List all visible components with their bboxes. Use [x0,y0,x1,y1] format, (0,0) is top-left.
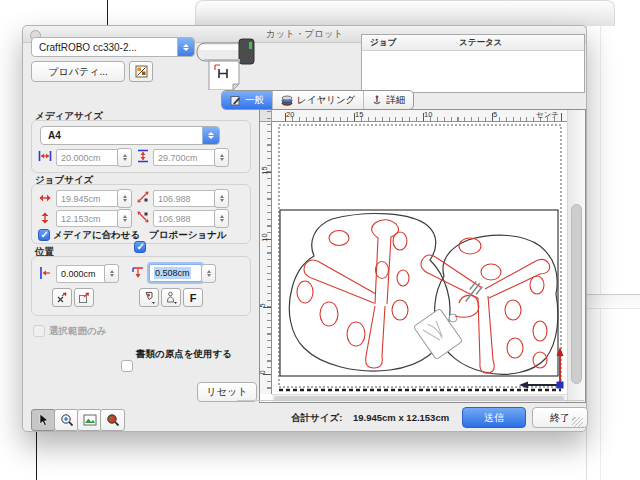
zoom-in-tool-button[interactable] [54,409,79,431]
tab-bar: 一般 レイヤリング 詳細 [221,90,414,110]
proportional-checkbox[interactable] [134,241,146,253]
media-preset-select[interactable]: A4 [40,126,220,145]
job-scale-x-stepper[interactable] [214,189,229,208]
resize-grip[interactable] [572,417,583,428]
media-width-stepper[interactable] [117,148,132,167]
ruler-left-0: 0 [259,370,267,374]
media-height-stepper[interactable] [214,148,229,167]
job-scale-x-field[interactable]: 106.988 [153,190,216,207]
preview-vertical-scrollbar[interactable] [567,110,585,402]
ruler-unit: センチ [536,110,559,120]
job-width-field[interactable]: 19.945cm [56,190,119,207]
job-scale-y-field[interactable]: 106.988 [153,210,216,227]
media-height-field[interactable]: 29.700cm [153,149,216,166]
flip-button[interactable]: F [183,288,203,307]
footer-divider [237,400,584,401]
job-width-icon [38,191,52,205]
vertical-scrollbar-thumb[interactable] [571,204,582,384]
zoom-selection-tool-button[interactable] [100,409,125,431]
fit-page-tool-button[interactable] [77,409,102,431]
send-button[interactable]: 送信 [462,407,526,428]
use-document-origin-checkbox[interactable] [121,360,133,372]
position-x-stepper[interactable] [104,264,119,283]
cut-preview-drawing [272,122,567,394]
job-column-header: ジョブ [370,37,396,49]
position-x-field[interactable]: 0.000cm [56,265,108,283]
move-area-button[interactable] [74,288,94,307]
job-status-list[interactable]: ジョブ ステータス [361,34,585,93]
cursor-icon [37,413,50,427]
position-y-stepper[interactable] [201,264,216,283]
total-size-value: 19.945cm x 12.153cm [353,412,449,423]
reset-button-label: リセット [207,385,248,399]
selection-only-checkbox [33,325,45,337]
flip-button-label: F [190,292,197,304]
origin-x-icon [56,292,68,304]
fit-to-media-checkbox[interactable] [38,229,50,241]
position-y-icon [131,265,145,281]
job-height-icon [38,211,52,225]
tab-detail-label: 詳細 [386,94,405,107]
background-window-right [586,26,640,480]
media-size-group: A4 20.000cm 29.700cm [31,120,251,173]
properties-button-label: プロパティ... [48,65,108,79]
job-size-group: 19.945cm 106.988 12.153cm 106.988 [31,184,251,244]
ruler-top-5: 5 [493,110,497,119]
job-height-stepper[interactable] [117,209,132,228]
media-preset-stepper-icon [202,127,219,144]
background-line-bottom [36,429,37,480]
ruler-left-10: 10 [260,233,269,241]
tab-general[interactable]: 一般 [222,91,273,109]
job-scale-x-icon [136,190,150,204]
media-preset-value: A4 [41,130,202,141]
ruler-top-20: 20 [286,110,294,119]
send-button-label: 送信 [484,411,504,425]
properties-button[interactable]: プロパティ... [31,61,125,82]
position-y-field[interactable]: 0.508cm [149,264,202,282]
ruler-left-5: 5 [259,303,267,307]
proportional-label: プロポーショナル [149,229,227,242]
selection-only-label: 選択範囲のみ [49,325,106,338]
tab-layering-label: レイヤリング [297,94,355,107]
tab-detail[interactable]: 詳細 [364,91,413,109]
fork-icon [462,281,482,304]
zoom-selection-icon [106,413,120,427]
preview-canvas[interactable] [272,122,567,394]
select-tool-button[interactable] [31,409,56,431]
registration-marks-button[interactable] [129,61,153,82]
job-width-stepper[interactable] [117,189,132,208]
background-divider [600,26,601,480]
printer-select-stepper-icon [177,38,194,56]
background-line-top [107,0,108,26]
printer-illustration [195,32,259,90]
fit-page-icon [83,414,97,426]
detail-tool-icon [372,95,382,106]
origin-rect-icon [78,292,90,304]
quit-button-label: 終了 [550,411,570,425]
fit-to-media-label: メディアに合わせる [53,229,140,242]
reset-button[interactable]: リセット [197,382,257,402]
ruler-top: 20 15 10 5 センチ [272,110,567,122]
tab-layering[interactable]: レイヤリング [273,91,364,109]
job-height-field[interactable]: 12.153cm [56,210,119,227]
move-to-origin-button[interactable] [52,288,72,307]
printer-select[interactable]: CraftROBO cc330-2... [31,37,195,57]
position-x-icon [38,265,52,281]
background-window-top [195,0,615,27]
status-column-header: ステータス [459,37,502,49]
layers-icon [281,95,293,106]
media-width-field[interactable]: 20.000cm [56,149,119,166]
tab-general-label: 一般 [245,94,264,107]
anchor-pin-icon [143,291,156,304]
media-width-icon [38,149,52,163]
anchor-point-button[interactable] [139,288,159,307]
media-height-icon [136,149,150,163]
position-y-value: 0.508cm [154,267,191,279]
ruler-left-15: 15 [260,166,269,174]
general-pen-icon [230,95,241,106]
cut-plot-dialog: カット・プロット CraftROBO cc330-2... プロパティ... [22,25,587,432]
ruler-top-15: 15 [355,110,363,119]
orientation-button[interactable] [161,288,181,307]
job-scale-y-stepper[interactable] [214,209,229,228]
printer-select-value: CraftROBO cc330-2... [32,42,177,53]
